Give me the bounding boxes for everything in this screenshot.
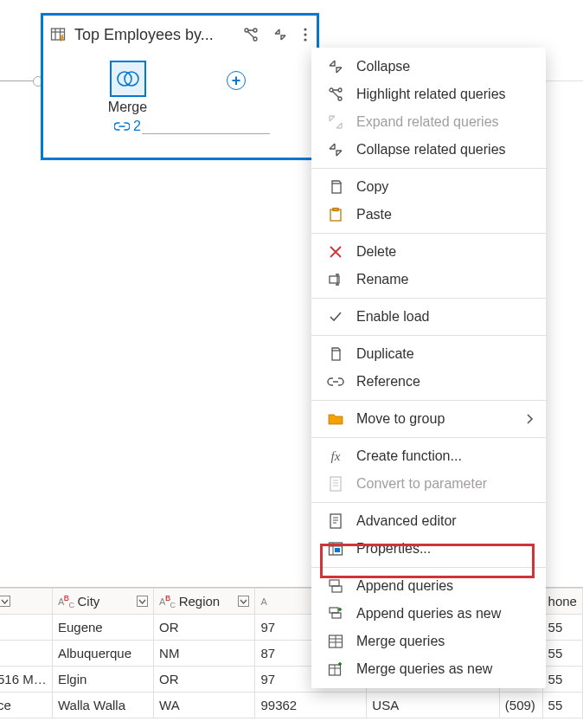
folder-icon xyxy=(327,410,344,428)
table-cell[interactable]: 55 xyxy=(542,641,582,667)
table-cell[interactable]: Albuquerque xyxy=(52,641,153,667)
add-step-button[interactable]: + xyxy=(227,71,246,90)
table-cell[interactable] xyxy=(0,641,52,667)
menu-expand-related: Expand related queries xyxy=(311,108,546,136)
col-region-label: Region xyxy=(179,594,221,609)
text-type-icon: ABC xyxy=(159,594,176,609)
menu-convert-to-parameter: Convert to parameter xyxy=(311,470,546,498)
menu-enable-load[interactable]: Enable load xyxy=(311,303,546,331)
menu-label: Paste xyxy=(356,207,392,222)
menu-label: Expand related queries xyxy=(356,114,499,130)
menu-label: Enable load xyxy=(356,309,430,325)
table-cell[interactable]: Eugene xyxy=(52,615,153,641)
svg-point-5 xyxy=(253,29,257,32)
menu-collapse[interactable]: Collapse xyxy=(311,53,546,81)
context-menu: Collapse Highlight related queries Expan… xyxy=(311,48,546,688)
svg-point-8 xyxy=(304,33,306,35)
svg-rect-24 xyxy=(330,514,341,528)
svg-point-13 xyxy=(338,88,342,92)
chevron-right-icon xyxy=(525,413,534,425)
menu-append-queries[interactable]: Append queries xyxy=(311,572,546,600)
menu-merge-queries[interactable]: Merge queries xyxy=(311,628,546,655)
table-cell[interactable]: ce xyxy=(0,693,52,718)
menu-label: Merge queries xyxy=(356,634,445,649)
collapse-arrows-icon xyxy=(327,58,344,75)
menu-copy[interactable]: Copy xyxy=(311,173,546,201)
menu-separator xyxy=(311,400,546,401)
text-type-icon: A xyxy=(260,596,266,607)
append-icon xyxy=(327,577,344,595)
table-lightning-icon xyxy=(50,26,67,43)
rename-icon xyxy=(327,271,344,288)
menu-label: Append queries as new xyxy=(356,606,501,622)
relationships-icon[interactable] xyxy=(242,26,259,43)
menu-label: Delete xyxy=(356,244,396,260)
collapse-icon[interactable] xyxy=(272,26,289,43)
menu-advanced-editor[interactable]: Advanced editor xyxy=(311,507,546,535)
table-cell[interactable]: Elgin xyxy=(52,667,153,693)
menu-label: Convert to parameter xyxy=(356,476,487,492)
collapse-arrows-icon xyxy=(327,141,344,158)
table-cell[interactable]: 99362 xyxy=(255,693,367,718)
menu-delete[interactable]: Delete xyxy=(311,238,546,266)
table-cell[interactable]: (509) xyxy=(499,693,542,718)
copy-icon xyxy=(327,178,344,196)
append-new-icon xyxy=(327,605,344,622)
expand-arrows-icon xyxy=(327,113,344,131)
menu-separator xyxy=(311,335,546,336)
menu-highlight-related[interactable]: Highlight related queries xyxy=(311,81,546,108)
filter-dropdown-icon[interactable] xyxy=(137,596,148,607)
menu-reference[interactable]: Reference xyxy=(311,368,546,396)
table-cell[interactable]: Walla Walla xyxy=(52,693,153,718)
more-icon[interactable] xyxy=(301,26,310,43)
table-cell[interactable]: NM xyxy=(154,641,255,667)
menu-label: Collapse related queries xyxy=(356,142,506,158)
col-city-label: City xyxy=(78,594,100,609)
node-header: Top Employees by... xyxy=(43,16,317,54)
query-node-top-employees[interactable]: Top Employees by... Merge xyxy=(41,13,319,160)
table-cell[interactable]: 55 xyxy=(542,693,582,718)
svg-rect-15 xyxy=(332,184,341,193)
merge-queries-icon xyxy=(327,633,344,650)
menu-duplicate[interactable]: Duplicate xyxy=(311,340,546,368)
menu-paste[interactable]: Paste xyxy=(311,201,546,229)
table-cell[interactable]: OR xyxy=(154,667,255,693)
menu-append-queries-new[interactable]: Append queries as new xyxy=(311,600,546,628)
menu-rename[interactable]: Rename xyxy=(311,266,546,293)
table-cell[interactable]: OR xyxy=(154,615,255,641)
menu-create-function[interactable]: fx Create function... xyxy=(311,442,546,470)
related-count[interactable]: 2 xyxy=(114,119,141,134)
menu-move-to-group[interactable]: Move to group xyxy=(311,405,546,433)
properties-icon xyxy=(327,540,344,557)
table-row[interactable]: ceWalla WallaWA99362USA(509)55 xyxy=(0,693,583,718)
menu-collapse-related[interactable]: Collapse related queries xyxy=(311,136,546,164)
filter-dropdown-icon[interactable] xyxy=(0,596,10,607)
relationships-icon xyxy=(327,86,344,103)
menu-properties[interactable]: Properties... xyxy=(311,535,546,563)
menu-separator xyxy=(311,567,546,568)
svg-rect-28 xyxy=(335,548,340,552)
filter-dropdown-icon[interactable] xyxy=(238,596,249,607)
svg-point-9 xyxy=(304,38,306,41)
svg-point-7 xyxy=(304,28,306,30)
table-cell[interactable] xyxy=(0,615,52,641)
table-cell[interactable]: 516 M… xyxy=(0,667,52,693)
table-cell[interactable]: 55 xyxy=(542,615,582,641)
menu-label: Collapse xyxy=(356,59,410,74)
merge-step[interactable]: Merge 2 xyxy=(95,61,160,135)
menu-label: Highlight related queries xyxy=(356,87,506,102)
table-cell[interactable]: WA xyxy=(154,693,255,718)
menu-separator xyxy=(311,298,546,299)
paste-icon xyxy=(327,206,344,223)
table-cell[interactable]: 55 xyxy=(542,667,582,693)
table-cell[interactable]: USA xyxy=(367,693,500,718)
svg-rect-19 xyxy=(332,351,340,360)
menu-merge-queries-new[interactable]: Merge queries as new xyxy=(311,655,546,683)
merge-queries-new-icon xyxy=(327,660,344,678)
svg-rect-29 xyxy=(330,580,339,586)
menu-label: Rename xyxy=(356,272,408,287)
menu-separator xyxy=(311,437,546,438)
editor-icon xyxy=(327,512,344,530)
merge-step-label: Merge xyxy=(95,100,160,115)
connector-mid xyxy=(142,133,270,134)
